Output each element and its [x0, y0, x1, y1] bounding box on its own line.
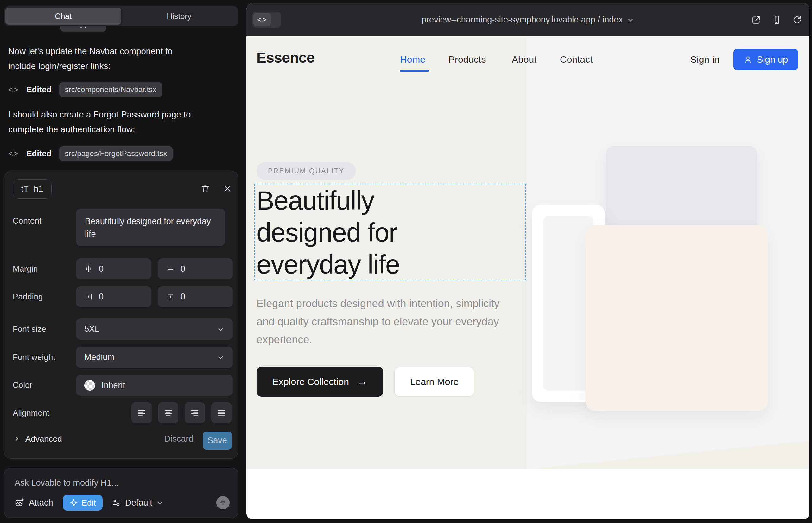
align-center-button[interactable] — [158, 402, 178, 423]
code-view-toggle[interactable]: <> — [252, 12, 281, 28]
tab-chat[interactable]: Chat — [5, 7, 121, 25]
arrow-right-icon: → — [357, 376, 367, 387]
refresh-icon[interactable] — [792, 15, 802, 25]
content-input[interactable]: Beautifully designed for everyday life — [76, 209, 225, 246]
align-right-button[interactable] — [184, 402, 205, 423]
transparent-color-swatch — [84, 380, 95, 391]
model-selector[interactable]: Default — [112, 498, 163, 508]
content-label: Content — [13, 216, 41, 226]
target-icon — [70, 499, 78, 507]
attach-button[interactable]: Attach — [15, 498, 53, 508]
hero-paragraph: Elegant products designed with intention… — [257, 294, 510, 348]
delete-element-button[interactable] — [198, 182, 212, 196]
padding-horizontal-icon — [84, 292, 93, 301]
trash-icon — [200, 184, 210, 194]
site-canvas: Essence Home Products About Contact Sign… — [246, 36, 810, 519]
chevron-down-icon — [627, 16, 634, 24]
save-button[interactable]: Save — [203, 432, 232, 450]
font-weight-label: Font weight — [13, 353, 55, 362]
align-center-icon — [163, 408, 173, 418]
element-editor-panel: tT h1 Content Beautifully designed for e… — [4, 171, 238, 459]
nav-about[interactable]: About — [512, 54, 536, 65]
typography-icon: tT — [21, 184, 29, 194]
padding-label: Padding — [13, 292, 43, 302]
next-section — [246, 469, 810, 519]
edit-mode-button[interactable]: Edit — [63, 495, 103, 511]
site-logo[interactable]: Essence — [257, 49, 315, 66]
preview-toolbar: preview--charming-site-symphony.lovable.… — [246, 3, 810, 36]
chevron-right-icon: › — [15, 433, 18, 444]
preview-frame: preview--charming-site-symphony.lovable.… — [246, 3, 810, 519]
file-chip[interactable]: src/components/Navbar.tsx — [59, 82, 162, 97]
color-select[interactable]: Inherit — [76, 375, 233, 396]
nav-products[interactable]: Products — [448, 54, 486, 65]
edited-label: Edited — [26, 149, 51, 159]
font-weight-select[interactable]: Medium — [76, 347, 233, 368]
element-tag: h1 — [34, 184, 43, 194]
margin-y-input[interactable]: 0 — [158, 258, 233, 279]
send-button[interactable] — [216, 496, 230, 509]
nav-contact[interactable]: Contact — [560, 54, 593, 65]
preview-url: preview--charming-site-symphony.lovable.… — [422, 15, 623, 25]
preview-actions — [751, 3, 802, 36]
composer-toolbar: Attach Edit Default — [15, 494, 230, 511]
close-panel-button[interactable] — [220, 182, 234, 196]
open-external-icon[interactable] — [751, 15, 761, 25]
file-chip[interactable]: src/pages/ForgotPassword.tsx — [59, 146, 173, 161]
margin-vertical-icon — [166, 264, 175, 273]
arrow-up-icon — [219, 499, 227, 507]
decor-card-cream — [586, 225, 768, 411]
chevron-down-icon — [156, 499, 163, 506]
nav-home[interactable]: Home — [400, 54, 425, 65]
sign-in-link[interactable]: Sign in — [690, 54, 720, 65]
chevron-down-icon — [217, 354, 225, 361]
edited-file-row[interactable]: <> Edited src/pages/ForgotPassword.tsx — [8, 146, 173, 161]
quality-badge: PREMIUM QUALITY — [257, 162, 356, 180]
edited-label: Edited — [26, 85, 51, 95]
edited-file-row[interactable]: <> Edited src/components/Navbar.tsx — [8, 82, 162, 97]
margin-horizontal-icon — [84, 264, 93, 273]
font-size-select[interactable]: 5XL — [76, 319, 233, 340]
explore-collection-button[interactable]: Explore Collection → — [257, 366, 383, 397]
color-label: Color — [13, 380, 32, 390]
nav-active-underline — [400, 70, 429, 72]
discard-button[interactable]: Discard — [164, 434, 194, 444]
align-left-button[interactable] — [131, 402, 152, 423]
close-icon — [223, 184, 232, 193]
chat-history-tabs: Chat History — [4, 6, 238, 26]
tab-history[interactable]: History — [121, 7, 237, 25]
code-icon: <> — [8, 85, 19, 94]
font-size-label: Font size — [13, 324, 46, 334]
code-icon: <> — [8, 149, 19, 158]
decor-card-gray — [606, 146, 757, 236]
alignment-label: Alignment — [13, 408, 49, 418]
prompt-composer: Ask Lovable to modify H1... Attach Edit — [4, 468, 238, 518]
padding-x-input[interactable]: 0 — [76, 286, 152, 307]
margin-x-input[interactable]: 0 — [76, 258, 152, 279]
address-bar[interactable]: preview--charming-site-symphony.lovable.… — [246, 3, 810, 36]
align-right-icon — [190, 408, 199, 418]
margin-label: Margin — [13, 264, 38, 274]
selected-element-chip[interactable]: tT h1 — [13, 179, 52, 199]
align-left-icon — [137, 408, 146, 418]
attach-image-icon — [15, 498, 25, 508]
align-justify-button[interactable] — [211, 402, 231, 423]
hero-heading[interactable]: Beautifully designed for everyday life — [257, 184, 400, 281]
code-icon: <> — [253, 13, 271, 26]
sliders-icon — [112, 498, 121, 507]
advanced-toggle[interactable]: › Advanced — [15, 433, 62, 444]
align-justify-icon — [217, 408, 226, 418]
sign-up-button[interactable]: Sign up — [734, 49, 798, 70]
scrolled-file-chip — [60, 26, 106, 32]
user-icon — [744, 55, 753, 64]
chat-message: I should also create a Forgot Password p… — [8, 107, 198, 137]
padding-y-input[interactable]: 0 — [158, 286, 233, 307]
chevron-down-icon — [217, 325, 225, 333]
mobile-view-icon[interactable] — [772, 15, 782, 25]
app-window: Chat History Now let's update the Navbar… — [0, 0, 812, 523]
prompt-input[interactable]: Ask Lovable to modify H1... — [15, 478, 119, 488]
alignment-group — [131, 402, 231, 423]
chat-message: Now let's update the Navbar component to… — [8, 44, 198, 73]
padding-vertical-icon — [166, 292, 175, 301]
learn-more-button[interactable]: Learn More — [394, 366, 474, 397]
